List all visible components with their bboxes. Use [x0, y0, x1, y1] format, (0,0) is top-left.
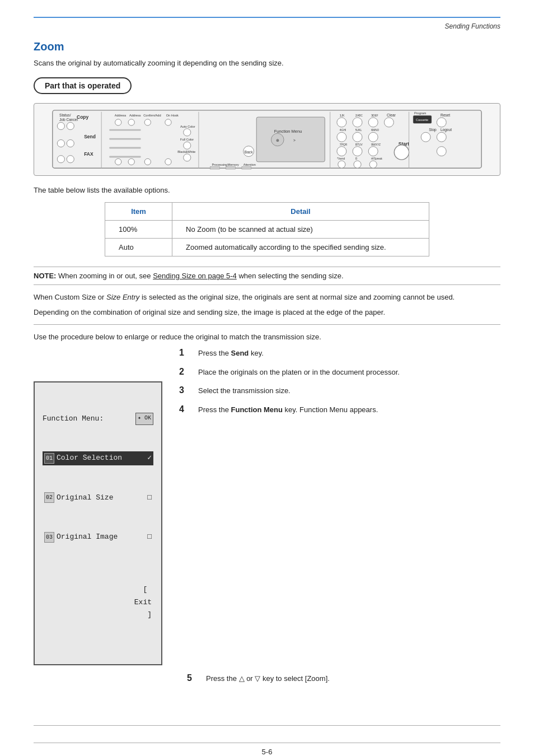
- table-row: Auto Zoomed automatically according to t…: [105, 239, 429, 256]
- lcd-check-3: □: [147, 531, 152, 543]
- step-text-2: Place the originals on the platen or in …: [198, 367, 400, 378]
- note-section: NOTE: When zooming in or out, see Sendin…: [34, 267, 500, 285]
- svg-text:Stop: Stop: [429, 128, 437, 132]
- steps-list: 1 Press the Send key. 2 Place the origin…: [179, 348, 500, 665]
- svg-point-28: [144, 158, 151, 165]
- svg-text:Memory: Memory: [228, 163, 240, 166]
- para-custom-size: When Custom Size or Size Entry is select…: [34, 293, 500, 301]
- svg-text:Auto Color: Auto Color: [180, 125, 195, 128]
- svg-text:Address: Address: [115, 114, 127, 117]
- lcd-check-2: □: [147, 492, 152, 504]
- svg-rect-36: [256, 117, 325, 162]
- svg-point-69: [337, 147, 346, 156]
- step-5-section: 5 Press the △ or ▽ key to select [Zoom].: [34, 673, 500, 692]
- svg-rect-33: [210, 166, 220, 169]
- table-row: 100% No Zoom (to be scanned at actual si…: [105, 221, 429, 239]
- part-operated-box: Part that is operated: [34, 77, 132, 94]
- svg-point-27: [128, 158, 134, 165]
- footer-page: 5-6: [34, 743, 500, 756]
- svg-rect-85: [109, 129, 140, 131]
- note-text: When zooming in or out, see: [58, 272, 153, 280]
- table-header-detail: Detail: [172, 203, 429, 221]
- svg-point-73: [394, 145, 409, 160]
- note-prefix: NOTE:: [34, 272, 56, 280]
- divider: [34, 324, 500, 325]
- intro-text: Scans the original by automatically zoom…: [34, 59, 500, 67]
- part-operated-label: Part that is operated: [45, 81, 120, 90]
- table-cell-item-2: Auto: [105, 239, 172, 256]
- svg-point-65: [437, 132, 446, 142]
- table-cell-detail-2: Zoomed automatically according to the sp…: [172, 239, 429, 256]
- svg-point-48: [353, 118, 362, 127]
- svg-point-16: [67, 139, 74, 147]
- svg-point-74: [437, 147, 446, 156]
- svg-rect-86: [109, 138, 140, 140]
- step-4: 4 Press the Function Menu key. Function …: [179, 404, 500, 416]
- svg-point-47: [337, 118, 346, 127]
- svg-text:Cassette: Cassette: [416, 118, 428, 122]
- svg-point-63: [421, 132, 430, 142]
- svg-text:0: 0: [355, 156, 358, 160]
- page: Sending Functions Zoom Scans the origina…: [0, 0, 534, 756]
- svg-point-11: [128, 119, 134, 125]
- svg-text:Reset: Reset: [441, 113, 450, 117]
- svg-point-59: [337, 132, 346, 142]
- step-1: 1 Press the Send key.: [179, 348, 500, 359]
- svg-point-25: [184, 154, 191, 161]
- table-cell-item-1: 100%: [105, 221, 172, 239]
- step-text-4: Press the Function Menu key. Function Me…: [198, 404, 378, 416]
- svg-point-4: [57, 122, 64, 129]
- svg-point-26: [115, 158, 121, 165]
- svg-point-10: [115, 119, 121, 125]
- svg-point-50: [384, 118, 394, 127]
- svg-point-55: [437, 118, 446, 127]
- svg-rect-34: [226, 166, 236, 169]
- lcd-header-text: Function Menu:: [43, 413, 104, 425]
- svg-point-18: [184, 129, 191, 136]
- step-2: 2 Place the originals on the platen or i…: [179, 367, 500, 378]
- lcd-exit-bracket-open: [: [143, 585, 152, 594]
- para-procedure: Use the procedure below to enlarge or re…: [34, 333, 500, 341]
- step-num-2: 2: [179, 367, 190, 377]
- svg-text:Clear: Clear: [387, 113, 396, 117]
- lcd-item-label-2: Original Size: [57, 492, 145, 504]
- svg-text:Logout: Logout: [441, 128, 452, 132]
- lcd-exit-bracket-close: ]: [143, 610, 152, 619]
- step-num-1: 1: [179, 348, 190, 358]
- header-divider: [34, 17, 500, 18]
- step-text-1: Press the Send key.: [198, 348, 264, 359]
- svg-text:Address: Address: [129, 114, 141, 117]
- svg-rect-87: [109, 147, 140, 149]
- svg-text:Attention: Attention: [243, 163, 256, 166]
- lcd-check-1: ✓: [147, 452, 152, 464]
- svg-point-13: [165, 119, 171, 125]
- svg-point-49: [368, 118, 378, 127]
- svg-point-80: [369, 161, 377, 168]
- svg-text:Processing: Processing: [212, 163, 227, 166]
- svg-text:Job Cancel: Job Cancel: [59, 118, 78, 122]
- svg-point-22: [57, 156, 64, 163]
- svg-rect-88: [109, 156, 140, 158]
- step-num-5: 5: [187, 673, 198, 683]
- lcd-item-label-3: Original Image: [57, 531, 145, 543]
- svg-point-79: [354, 161, 361, 168]
- svg-text:Back: Back: [245, 150, 253, 154]
- svg-point-70: [353, 147, 362, 156]
- svg-text:Program: Program: [414, 111, 427, 115]
- svg-point-15: [57, 139, 64, 147]
- svg-point-12: [144, 119, 151, 125]
- lcd-item-num-3: 03: [44, 532, 54, 543]
- footer-divider: [34, 725, 500, 726]
- keyboard-svg: Status/ Job Cancel Copy Address Address …: [40, 109, 494, 170]
- procedure-section: Function Menu: ✦ OK 01 Color Selection ✓…: [34, 348, 500, 665]
- svg-point-29: [165, 158, 171, 165]
- svg-rect-35: [242, 166, 251, 169]
- step-3: 3 Select the transmission size.: [179, 385, 500, 396]
- keyboard-illustration: Status/ Job Cancel Copy Address Address …: [34, 103, 500, 176]
- lcd-item-label-1: Color Selection: [57, 452, 145, 464]
- lcd-exit-label: Exit: [134, 598, 152, 606]
- table-header-item: Item: [105, 203, 172, 221]
- svg-text:FAX: FAX: [84, 151, 93, 157]
- svg-text:Confirm/Add: Confirm/Add: [143, 114, 161, 117]
- lcd-display: Function Menu: ✦ OK 01 Color Selection ✓…: [34, 381, 162, 665]
